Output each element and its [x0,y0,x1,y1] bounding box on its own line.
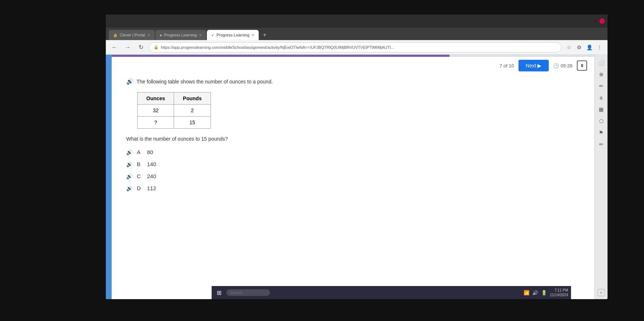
pause-button[interactable]: ⏸ [577,60,587,71]
audio-choice-d-icon[interactable]: 🔊 [126,185,132,191]
table-header-pounds: Pounds [174,93,211,105]
intro-row: 🔊 The following table shows the number o… [126,78,580,85]
choice-a-value: 80 [147,149,153,155]
battery-icon: 🔋 [541,290,547,295]
table-cell-32: 32 [138,105,174,117]
audio-choice-c-icon[interactable]: 🔊 [126,173,132,179]
choice-b-letter: B [137,161,143,167]
tool-pointer-icon[interactable]: ⬡ [596,116,606,126]
lock-icon: 🔒 [154,45,159,50]
tool-edit-icon[interactable]: ✏ [596,81,606,91]
clock-icon: 🕐 [553,63,559,68]
start-button[interactable]: ⊞ [215,288,223,297]
tool-pencil-icon[interactable]: ✏ [596,139,606,149]
taskbar-search-input[interactable] [226,289,270,296]
left-sidebar [106,55,112,299]
maximize-button[interactable]: □ [592,19,597,24]
intro-text: The following table shows the number of … [136,79,273,85]
choice-c-value: 240 [147,173,156,179]
tab-progress-learning-active[interactable]: ✓ Progress Learning ✕ [207,30,259,40]
profile-icon[interactable]: 👤 [585,43,594,52]
extensions-icon[interactable]: ⚙ [575,43,583,52]
choice-d-value: 112 [147,185,156,191]
table-cell-question: ? [138,117,174,129]
date-display: 11/14/2024 [550,293,568,297]
tab-favicon-3: ✓ [211,33,214,37]
choice-a-letter: A [137,149,143,155]
close-button[interactable]: ✕ [599,19,605,24]
time-display: 7:11 PM [550,288,568,293]
sub-question-text: What is the number of ounces to 15 pound… [126,136,580,142]
tool-flag-icon[interactable]: ⚑ [596,128,606,138]
audio-intro-icon[interactable]: 🔊 [126,78,134,85]
table-header-ounces: Ounces [138,93,174,105]
collapse-sidebar-button[interactable]: < [598,289,605,296]
address-bar[interactable]: 🔒 https://app.progresslearning.com/middl… [149,42,562,52]
choice-b[interactable]: 🔊 B 140 [126,161,580,167]
taskbar-time: 7:11 PM 11/14/2024 [550,288,568,297]
taskbar: ⊞ 📶 🔊 🔋 7:11 PM 11/14/2024 [212,286,571,299]
back-button[interactable]: ← [109,42,120,52]
question-area: 🔊 The following table shows the number o… [112,74,594,204]
menu-icon[interactable]: ⋮ [595,43,604,52]
choice-a[interactable]: 🔊 A 80 [126,149,580,155]
table-cell-2: 2 [174,105,211,117]
tab-progress-learning-1[interactable]: ● Progress Learning ✕ [155,30,207,40]
audio-choice-a-icon[interactable]: 🔊 [126,149,132,155]
reload-button[interactable]: ↻ [136,42,146,52]
tab-label-2: Progress Learning [164,33,197,37]
tab-close-icon-2[interactable]: ✕ [199,33,202,37]
timer-display: 🕐 05:26 [553,63,572,68]
page-indicator: 7 of 10 [500,63,514,68]
table-row: 32 2 [138,105,211,117]
tab-favicon-2: ● [160,33,162,37]
audio-choice-b-icon[interactable]: 🔊 [126,161,132,167]
tool-layout-icon[interactable]: ⬜ [596,58,606,68]
tool-text-icon[interactable]: a [596,93,606,103]
ounces-pounds-table: Ounces Pounds 32 2 ? 15 [137,92,211,129]
volume-icon: 🔊 [532,290,538,295]
taskbar-icons: 📶 🔊 🔋 7:11 PM 11/14/2024 [524,288,568,297]
tab-label: Clever | Portal [120,33,145,37]
right-sidebar-tools: ⬜ ⊗ ✏ a ▦ ⬡ ⚑ ✏ < [594,55,608,299]
top-action-bar: 7 of 10 Next ▶ 🕐 05:26 ⏸ [112,57,594,74]
tab-favicon: 🔒 [113,33,117,37]
url-text: https://app.progresslearning.com/middleS… [161,45,394,50]
tool-grid-icon[interactable]: ▦ [596,104,606,114]
main-content: 7 of 10 Next ▶ 🕐 05:26 ⏸ 🔊 The following… [112,55,594,299]
choice-d-letter: D [137,185,143,191]
tool-close-icon[interactable]: ⊗ [596,69,606,79]
choice-c[interactable]: 🔊 C 240 [126,173,580,179]
tab-close-icon[interactable]: ✕ [147,33,150,37]
table-row: ? 15 [138,117,211,129]
tab-label-3: Progress Learning [216,33,249,37]
wifi-icon: 📶 [524,290,529,295]
bookmark-icon[interactable]: ☆ [564,43,573,52]
table-cell-15: 15 [174,117,211,129]
tab-close-icon-3[interactable]: ✕ [251,33,254,37]
minimize-button[interactable]: — [585,19,590,24]
new-tab-button[interactable]: + [259,30,270,40]
choice-c-letter: C [137,173,143,179]
timer-value: 05:26 [560,63,572,68]
tab-clever-portal[interactable]: 🔒 Clever | Portal ✕ [109,30,155,40]
choice-d[interactable]: 🔊 D 112 [126,185,580,191]
forward-button[interactable]: → [123,42,133,52]
choice-b-value: 140 [147,161,156,167]
next-button[interactable]: Next ▶ [518,60,549,71]
